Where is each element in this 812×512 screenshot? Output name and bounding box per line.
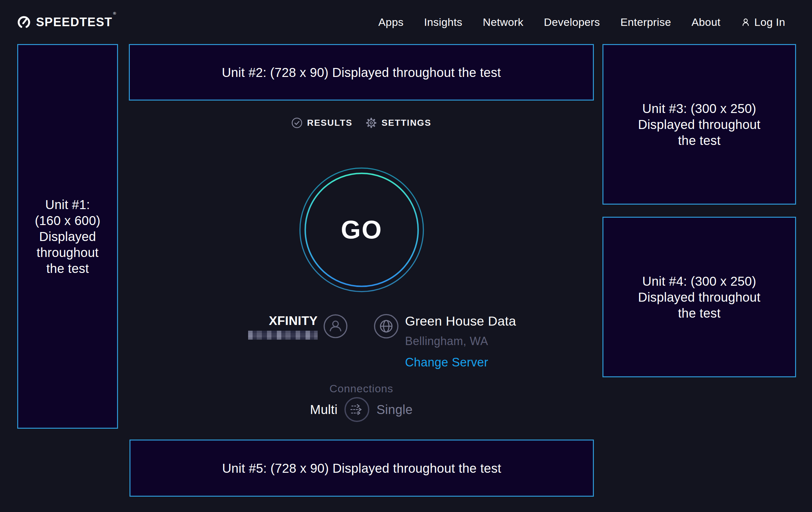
trademark-symbol: ® bbox=[113, 11, 116, 16]
server-info: Green House Data Bellingham, WA Change S… bbox=[405, 315, 516, 369]
isp-info[interactable]: XFINITY bbox=[179, 315, 318, 341]
nav-menu: Apps Insights Network Developers Enterpr… bbox=[378, 16, 785, 28]
go-button[interactable]: GO bbox=[299, 167, 424, 292]
ad-unit-1-text: Unit #1: (160 x 600) Displayed throughou… bbox=[35, 197, 100, 276]
ad-unit-3[interactable]: Unit #3: (300 x 250) Displayed throughou… bbox=[603, 44, 796, 205]
speedtest-gauge-icon bbox=[17, 15, 31, 29]
ad-unit-1[interactable]: Unit #1: (160 x 600) Displayed throughou… bbox=[17, 44, 118, 429]
tab-bar: RESULTS bbox=[129, 117, 594, 128]
nav-item-network[interactable]: Network bbox=[483, 16, 524, 28]
isp-detail-redacted bbox=[248, 331, 318, 340]
go-button-label: GO bbox=[299, 167, 424, 292]
person-circle-icon[interactable] bbox=[323, 314, 348, 339]
tab-settings[interactable]: SETTINGS bbox=[366, 117, 431, 128]
ad-unit-2-text: Unit #2: (728 x 90) Displayed throughout… bbox=[222, 64, 501, 80]
ad-unit-2[interactable]: Unit #2: (728 x 90) Displayed throughout… bbox=[129, 44, 594, 101]
check-circle-icon bbox=[291, 117, 302, 128]
connections-label: Connections bbox=[129, 382, 594, 395]
nav-item-insights[interactable]: Insights bbox=[424, 16, 462, 28]
globe-circle-icon[interactable] bbox=[374, 314, 399, 339]
isp-name: XFINITY bbox=[179, 315, 318, 327]
person-icon bbox=[741, 17, 750, 27]
ad-unit-5[interactable]: Unit #5: (728 x 90) Displayed throughout… bbox=[129, 439, 594, 497]
gear-icon bbox=[366, 117, 377, 128]
tab-settings-label: SETTINGS bbox=[381, 118, 431, 128]
server-location: Bellingham, WA bbox=[405, 334, 516, 348]
speedtest-logo[interactable]: SPEEDTEST® bbox=[17, 15, 116, 29]
nav-item-developers[interactable]: Developers bbox=[544, 16, 600, 28]
nav-item-enterprise[interactable]: Enterprise bbox=[620, 16, 671, 28]
logo-wordmark: SPEEDTEST® bbox=[36, 15, 116, 29]
server-name[interactable]: Green House Data bbox=[405, 315, 516, 328]
ad-unit-4[interactable]: Unit #4: (300 x 250) Displayed throughou… bbox=[603, 217, 796, 377]
connections-multi-option[interactable]: Multi bbox=[310, 403, 338, 417]
top-nav-bar: SPEEDTEST® Apps Insights Network Develop… bbox=[0, 0, 812, 44]
ad-unit-5-text: Unit #5: (728 x 90) Displayed throughout… bbox=[222, 460, 501, 476]
change-server-link[interactable]: Change Server bbox=[405, 356, 488, 369]
connections-toggle-row: Multi Single bbox=[129, 397, 594, 422]
tab-results[interactable]: RESULTS bbox=[291, 117, 353, 128]
connection-mode-toggle[interactable] bbox=[344, 397, 369, 422]
connections-single-option[interactable]: Single bbox=[376, 403, 413, 417]
login-label: Log In bbox=[754, 16, 785, 28]
nav-item-apps[interactable]: Apps bbox=[378, 16, 403, 28]
multi-arrows-circle-icon bbox=[350, 403, 364, 416]
login-button[interactable]: Log In bbox=[741, 16, 785, 28]
ad-unit-4-text: Unit #4: (300 x 250) Displayed throughou… bbox=[638, 273, 760, 321]
speedtest-page: SPEEDTEST® Apps Insights Network Develop… bbox=[0, 0, 812, 512]
ad-unit-3-text: Unit #3: (300 x 250) Displayed throughou… bbox=[638, 101, 760, 149]
tab-results-label: RESULTS bbox=[307, 118, 353, 128]
nav-item-about[interactable]: About bbox=[691, 16, 721, 28]
